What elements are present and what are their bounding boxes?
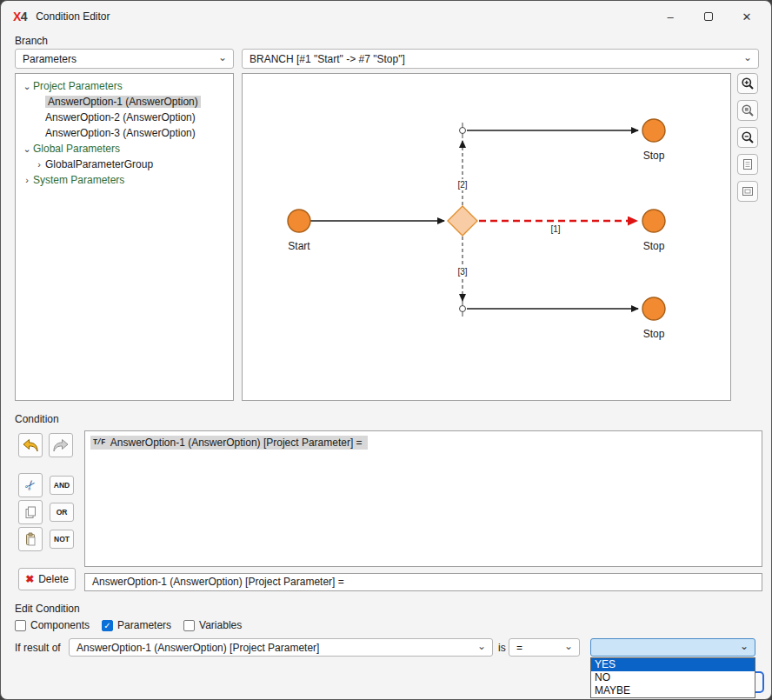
start-node[interactable]: [288, 210, 310, 232]
dropdown-option-no[interactable]: NO: [591, 671, 755, 684]
or-button[interactable]: OR: [50, 503, 74, 522]
condition-list[interactable]: T/F AnswerOption-1 (AnswerOption) [Proje…: [84, 430, 762, 567]
zoom-in-button[interactable]: [737, 73, 758, 94]
chevron-down-icon: ⌄: [564, 641, 573, 651]
tree-item-answeroption-2[interactable]: AnswerOption-2 (AnswerOption): [16, 110, 233, 125]
cut-icon: ✂: [21, 476, 40, 494]
maximize-button[interactable]: [689, 3, 728, 30]
x4-logo: X4: [13, 10, 27, 23]
start-node-label: Start: [288, 240, 310, 252]
zoom-selection-button[interactable]: [737, 100, 758, 121]
fit-page-button[interactable]: [737, 154, 758, 175]
branch-1-label: [1]: [550, 224, 560, 234]
window-title: Condition Editor: [36, 10, 110, 23]
chevron-collapsed-icon[interactable]: ›: [21, 176, 33, 185]
parameter-combobox[interactable]: AnswerOption-1 (AnswerOption) [Project P…: [69, 638, 493, 657]
redo-arrow-icon: [51, 436, 70, 455]
variables-checkbox[interactable]: Variables: [183, 619, 242, 631]
operator-combobox-value: =: [516, 642, 522, 654]
junction-top[interactable]: [460, 128, 466, 134]
branch-combobox[interactable]: BRANCH [#1 "Start" -> #7 "Stop"] ⌄: [242, 49, 759, 69]
copy-button[interactable]: [18, 500, 43, 524]
fit-width-button[interactable]: [737, 181, 758, 202]
boolean-type-icon: T/F: [93, 438, 105, 447]
zoom-in-icon: [741, 77, 755, 90]
close-icon: ✕: [742, 10, 752, 23]
zoom-out-button[interactable]: [737, 127, 758, 148]
value-dropdown-list: YES NO MAYBE: [590, 657, 755, 698]
branch-diagram: [2] [1] [3] Start Stop Stop Stop: [243, 74, 730, 400]
branch-diamond-node[interactable]: [448, 206, 477, 236]
if-result-of-label: If result of: [15, 642, 61, 654]
condition-preview-field: AnswerOption-1 (AnswerOption) [Project P…: [84, 573, 762, 591]
condition-section-label: Condition: [15, 413, 59, 425]
chevron-expanded-icon[interactable]: ⌄: [21, 144, 33, 154]
chevron-collapsed-icon[interactable]: ›: [33, 160, 45, 170]
zoom-out-icon: [741, 130, 755, 144]
dropdown-option-yes[interactable]: YES: [591, 658, 755, 671]
branch-value: BRANCH [#1 "Start" -> #7 "Stop"]: [250, 53, 405, 65]
maximize-icon: [704, 12, 713, 21]
value-combobox[interactable]: ⌄: [590, 638, 755, 657]
copy-icon: [23, 505, 37, 519]
operator-combobox[interactable]: = ⌄: [509, 638, 580, 657]
redo-condition-button[interactable]: [49, 433, 73, 457]
checkbox-checked-icon: ✓: [102, 620, 113, 631]
checkbox-unchecked-icon: [183, 620, 195, 631]
stop-node-bottom-label: Stop: [643, 328, 665, 340]
minimize-button[interactable]: –: [651, 3, 689, 30]
stop-node-bottom[interactable]: [642, 297, 665, 320]
tree-item-globalparametergroup[interactable]: › GlobalParameterGroup: [16, 157, 233, 172]
tree-item-system-parameters[interactable]: › System Parameters: [16, 172, 233, 188]
stop-node-middle[interactable]: [642, 210, 665, 232]
diagram-toolbar: [737, 73, 758, 208]
condition-editor-window: X4 Condition Editor – ✕ Branch Parameter…: [0, 0, 772, 700]
delete-x-icon: ✖: [25, 573, 34, 585]
parameter-tree: ⌄ Project Parameters AnswerOption-1 (Ans…: [15, 73, 234, 401]
minimize-icon: –: [667, 10, 673, 23]
fit-page-icon: [741, 157, 755, 171]
stop-node-middle-label: Stop: [643, 240, 665, 252]
stop-node-top-label: Stop: [643, 150, 665, 162]
branch-section-label: Branch: [15, 35, 48, 47]
chevron-down-icon: ⌄: [477, 641, 486, 651]
apply-arrow-icon: [21, 436, 40, 455]
and-button[interactable]: AND: [50, 476, 74, 495]
titlebar: X4 Condition Editor – ✕: [1, 1, 771, 32]
window-controls: – ✕: [651, 1, 766, 32]
branch-3-label: [3]: [457, 267, 467, 277]
parameter-combobox-value: AnswerOption-1 (AnswerOption) [Project P…: [77, 642, 319, 654]
source-checkbox-row: Components ✓ Parameters Variables: [15, 618, 242, 632]
delete-button[interactable]: ✖ Delete: [18, 568, 76, 590]
dropdown-option-maybe[interactable]: MAYBE: [591, 684, 755, 697]
branch-diagram-panel[interactable]: [2] [1] [3] Start Stop Stop Stop: [242, 73, 731, 401]
is-label: is: [498, 642, 506, 654]
not-button[interactable]: NOT: [50, 530, 74, 549]
chevron-down-icon: ⌄: [740, 641, 749, 651]
edit-condition-section-label: Edit Condition: [15, 603, 80, 615]
chevron-down-icon: ⌄: [218, 52, 227, 63]
branch-category-combobox[interactable]: Parameters ⌄: [15, 49, 234, 69]
apply-condition-button[interactable]: [18, 433, 43, 457]
tree-item-answeroption-3[interactable]: AnswerOption-3 (AnswerOption): [16, 125, 233, 141]
parameters-checkbox[interactable]: ✓ Parameters: [102, 619, 171, 631]
condition-row-text: AnswerOption-1 (AnswerOption) [Project P…: [110, 437, 363, 449]
components-checkbox[interactable]: Components: [15, 619, 90, 631]
screen: X4 Condition Editor – ✕ Branch Parameter…: [0, 0, 772, 700]
fit-width-icon: [741, 184, 755, 198]
junction-bottom[interactable]: [460, 306, 466, 312]
chevron-expanded-icon[interactable]: ⌄: [21, 82, 33, 91]
checkbox-unchecked-icon: [15, 620, 26, 631]
stop-node-top[interactable]: [642, 119, 665, 142]
tree-item-project-parameters[interactable]: ⌄ Project Parameters: [16, 78, 233, 94]
branch-2-label: [2]: [457, 180, 467, 190]
tree-item-answeroption-1[interactable]: AnswerOption-1 (AnswerOption): [16, 94, 233, 110]
condition-row[interactable]: T/F AnswerOption-1 (AnswerOption) [Proje…: [90, 436, 368, 450]
close-button[interactable]: ✕: [728, 3, 766, 30]
tree-item-global-parameters[interactable]: ⌄ Global Parameters: [16, 141, 233, 157]
zoom-selection-icon: [741, 103, 755, 117]
paste-icon: [23, 532, 37, 546]
chevron-down-icon: ⌄: [743, 52, 752, 63]
paste-button[interactable]: [18, 527, 43, 551]
cut-button[interactable]: ✂: [18, 473, 43, 497]
